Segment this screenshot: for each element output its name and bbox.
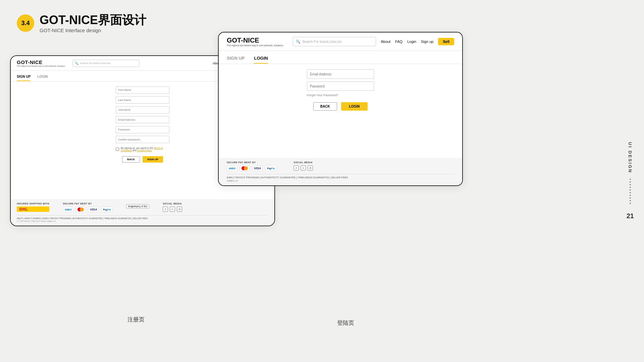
- tab-signup[interactable]: SIGN UP: [17, 75, 31, 81]
- search-icon: 🔍: [75, 62, 78, 65]
- page-header: 3.4 GOT-NICE界面设计 GOT-NICE Interface desi…: [17, 13, 146, 33]
- social-label: SOCIAL MEDIA: [163, 202, 182, 205]
- login-password-input[interactable]: [307, 81, 374, 91]
- username-input[interactable]: [116, 106, 169, 114]
- footer-links: HELP | HOW IT WORKS | EARLY PAYOUT PROGR…: [17, 215, 268, 220]
- twitter-icon[interactable]: t: [170, 206, 175, 212]
- login-instagram-icon[interactable]: ⊙: [308, 165, 313, 171]
- login-amex-icon: AMEX: [227, 165, 237, 171]
- first-name-group: [116, 86, 169, 94]
- shipping-section: INSURED SHIPPING WITH DHL: [17, 202, 49, 212]
- login-back-button[interactable]: BACK: [313, 102, 337, 111]
- instagram-icon[interactable]: ⊙: [177, 206, 182, 212]
- login-search[interactable]: 🔍 Search For brand,color,etc: [293, 37, 376, 46]
- payment-label: SECURE PAY MENT BY: [63, 202, 113, 205]
- back-button[interactable]: BACK: [122, 156, 140, 163]
- payment-section: SECURE PAY MENT BY AMEX VISA PayPal: [63, 202, 113, 213]
- login-form-actions: BACK LOGIN: [313, 102, 368, 111]
- login-tab-signup[interactable]: SIGN UP: [227, 56, 245, 64]
- login-payment-section: SECURE PAY MENT BY AMEX VISA PayPal: [227, 161, 277, 171]
- last-name-input[interactable]: [116, 96, 169, 104]
- login-footer-copyright: GMBH I.G.: [227, 180, 454, 182]
- login-visa-icon: VISA: [252, 165, 263, 171]
- login-footer: SECURE PAY MENT BY AMEX VISA PayPal SOCI…: [219, 158, 462, 185]
- social-section: SOCIAL MEDIA f t ⊙: [163, 202, 182, 212]
- login-brand: GOT-NICE The highest and fastest way to …: [227, 37, 283, 47]
- signup-footer: INSURED SHIPPING WITH DHL SECURE PAY MEN…: [11, 199, 274, 226]
- login-payment-label: SECURE PAY MENT BY: [227, 161, 277, 164]
- terms-row: By signing up, you agree to the Terms of…: [116, 147, 169, 152]
- email-input[interactable]: [116, 116, 169, 123]
- login-brand-name: GOT-NICE: [227, 37, 283, 44]
- login-nav-links: About FAQ Login Sign up Sell: [381, 38, 454, 45]
- sidebar-text: UI DESIGN: [628, 142, 633, 173]
- confirm-password-input[interactable]: [116, 136, 169, 143]
- sidebar-dots: [630, 179, 631, 204]
- login-navbar: GOT-NICE The highest and fastest way to …: [219, 33, 462, 51]
- dhl-logo: DHL: [17, 206, 49, 212]
- page-number: 21: [627, 212, 634, 220]
- login-twitter-icon[interactable]: t: [301, 165, 306, 171]
- signup-brand: GOT-NICE The highest and fastest way to …: [17, 59, 65, 67]
- facebook-icon[interactable]: f: [163, 206, 168, 212]
- login-footer-links: EARLY PAYOUT PROGRAM | AUTHENTICITY GUAR…: [227, 174, 454, 179]
- last-name-group: [116, 96, 169, 104]
- password-input[interactable]: [116, 126, 169, 133]
- login-search-icon: 🔍: [296, 40, 301, 44]
- shipping-label: INSURED SHIPPING WITH: [17, 202, 49, 205]
- login-social-label: SOCIAL MEDIA: [293, 161, 313, 164]
- search-placeholder: Search for brand,color,etc.: [80, 62, 111, 65]
- login-mastercard-icon: [239, 165, 250, 171]
- signup-submit-button[interactable]: SIGN UP: [143, 156, 163, 163]
- locale-section: English(en) | € EU: [126, 202, 149, 208]
- terms-checkbox[interactable]: [116, 147, 119, 151]
- page-title-en: GOT-NICE Interface design: [40, 27, 146, 33]
- locale-button[interactable]: English(en) | € EU: [126, 204, 149, 208]
- first-name-input[interactable]: [116, 86, 169, 94]
- footer-copyright: © COPYRIGHT 2019 GOT-NICE GMBH I.G.: [17, 220, 268, 222]
- mastercard-icon: [75, 206, 86, 213]
- page-title-cn: GOT-NICE界面设计: [40, 13, 146, 27]
- confirm-password-group: [116, 136, 169, 143]
- login-form: Forgot Your Password? BACK LOGIN: [219, 64, 462, 116]
- terms-text: By signing up, you agree to the Terms of…: [121, 147, 169, 152]
- forgot-password-link[interactable]: Forgot Your Password?: [307, 94, 374, 97]
- tab-login[interactable]: LOGIN: [37, 75, 48, 81]
- login-nav-faq[interactable]: FAQ: [395, 40, 402, 44]
- login-social-section: SOCIAL MEDIA f t ⊙: [293, 161, 313, 171]
- login-nav-signup[interactable]: Sign up: [421, 40, 433, 44]
- terms-link2[interactable]: Privacy Policy: [137, 149, 152, 152]
- login-search-placeholder: Search For brand,color,etc: [302, 40, 342, 44]
- login-brand-tagline: The highest and fastest way to sell auth…: [227, 44, 283, 47]
- login-auth-tabs: SIGN UP LOGIN: [219, 51, 462, 64]
- signup-caption: 注册页: [127, 316, 145, 323]
- login-facebook-icon[interactable]: f: [293, 165, 299, 171]
- login-mockup: GOT-NICE The highest and fastest way to …: [218, 32, 463, 186]
- login-submit-button[interactable]: LOGIN: [341, 102, 368, 111]
- amex-icon: AMEX: [63, 206, 73, 213]
- right-sidebar: UI DESIGN 21: [627, 142, 634, 220]
- paypal-icon: PayPal: [101, 206, 113, 213]
- login-paypal-icon: PayPal: [265, 165, 277, 171]
- signup-form-actions: BACK SIGN UP: [122, 156, 163, 163]
- signup-search[interactable]: 🔍 Search for brand,color,etc.: [72, 60, 140, 67]
- login-sell-button[interactable]: Sell: [438, 38, 454, 45]
- login-tab-login[interactable]: LOGIN: [254, 56, 268, 64]
- login-caption: 登陆页: [337, 319, 354, 327]
- version-badge: 3.4: [17, 14, 34, 32]
- login-nav-login[interactable]: Login: [407, 40, 416, 44]
- username-group: [116, 106, 169, 114]
- password-group: [116, 126, 169, 133]
- visa-icon: VISA: [88, 206, 99, 213]
- login-nav-about[interactable]: About: [381, 40, 390, 44]
- email-group: [116, 116, 169, 124]
- signup-brand-name: GOT-NICE: [17, 59, 65, 65]
- login-email-input[interactable]: [307, 69, 374, 79]
- signup-brand-tagline: The highest and fastest way to sell auth…: [17, 65, 65, 67]
